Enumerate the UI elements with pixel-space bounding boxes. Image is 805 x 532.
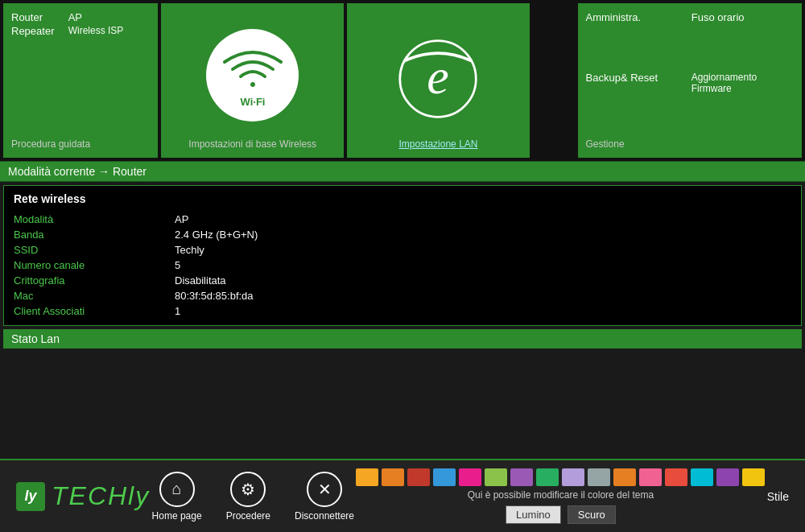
top-nav: Router AP Repeater Wireless ISP Procedur… — [0, 0, 805, 161]
network-section: Rete wireless Modalità AP Banda 2.4 GHz … — [3, 185, 802, 326]
network-key-critto: Crittografia — [14, 274, 175, 287]
logo-text: TECHly — [52, 481, 150, 511]
network-val-banda: 2.4 GHz (B+G+N) — [175, 229, 258, 241]
svg-text:Wi·Fi: Wi·Fi — [240, 96, 265, 108]
nav-buttons: ⌂ Home page ⚙ Procedere ✕ Disconnettere — [152, 472, 354, 522]
color-swatch[interactable] — [459, 468, 481, 486]
home-label: Home page — [152, 510, 202, 522]
network-val-modalita: AP — [175, 213, 188, 225]
setup-bottom-label: Procedura guidata — [11, 138, 90, 150]
color-swatch[interactable] — [639, 468, 662, 486]
color-swatch[interactable] — [742, 468, 765, 486]
stato-lan-bar: Stato Lan — [3, 329, 802, 348]
network-val-mac: 80:3f:5d:85:bf:da — [175, 290, 254, 302]
tile-wifi[interactable]: Wi·Fi Impostazioni di base Wireless — [161, 3, 344, 158]
svg-text:e: e — [427, 49, 449, 104]
status-text: Modalità corrente → Router — [8, 165, 147, 178]
color-swatch[interactable] — [588, 468, 610, 486]
lan-bottom-label[interactable]: Impostazione LAN — [398, 138, 477, 150]
logo-area: Iy TECHly — [16, 481, 150, 511]
color-swatch[interactable] — [665, 468, 687, 486]
color-swatch[interactable] — [485, 468, 507, 486]
gestione-fuso[interactable]: Fuso orario — [691, 11, 794, 68]
theme-buttons: Lumino Scuro — [506, 505, 616, 524]
logo-main: TECH — [52, 481, 128, 510]
tile-setup[interactable]: Router AP Repeater Wireless ISP Procedur… — [3, 3, 158, 158]
disconnect-label: Disconnettere — [295, 510, 354, 522]
color-swatch[interactable] — [562, 468, 584, 486]
gestione-amministra[interactable]: Amministra. — [586, 11, 688, 68]
network-row-critto: Crittografia Disabilitata — [14, 273, 791, 288]
ie-icon: e — [398, 39, 478, 119]
logo-icon-text: Iy — [24, 488, 36, 505]
color-swatch[interactable] — [407, 468, 430, 486]
disconnect-button[interactable]: ✕ Disconnettere — [295, 472, 354, 522]
color-swatch[interactable] — [356, 468, 378, 486]
gestione-bottom-label: Gestione — [586, 138, 625, 150]
home-button[interactable]: ⌂ Home page — [152, 472, 202, 522]
network-key-modalita: Modalità — [14, 213, 175, 225]
network-key-ssid: SSID — [14, 244, 175, 256]
color-swatches — [356, 468, 765, 486]
network-row-banda: Banda 2.4 GHz (B+G+N) — [14, 227, 791, 242]
network-key-canale: Numero canale — [14, 259, 175, 271]
style-section: Qui è possibile modificare il colore del… — [356, 468, 765, 524]
network-row-client: Client Associati 1 — [14, 303, 791, 319]
status-bar: Modalità corrente → Router — [0, 161, 805, 182]
theme-light-button[interactable]: Lumino — [506, 505, 561, 524]
color-swatch[interactable] — [613, 468, 636, 486]
network-key-banda: Banda — [14, 229, 175, 241]
network-row-ssid: SSID Techly — [14, 242, 791, 258]
bottom-bar: Iy TECHly ⌂ Home page ⚙ Procedere ✕ Disc… — [0, 459, 805, 532]
wifi-bottom-label: Impostazioni di base Wireless — [188, 138, 316, 150]
disconnect-icon: ✕ — [307, 472, 342, 507]
color-swatch[interactable] — [716, 468, 739, 486]
network-title: Rete wireless — [14, 192, 791, 205]
network-val-ssid: Techly — [175, 244, 204, 256]
network-row-canale: Numero canale 5 — [14, 258, 791, 273]
color-hint: Qui è possibile modificare il colore del… — [468, 489, 654, 501]
gestione-backup[interactable]: Backup& Reset — [586, 72, 688, 139]
wifi-badge: Wi·Fi — [206, 29, 299, 122]
home-icon: ⌂ — [159, 472, 195, 507]
setup-router-link[interactable]: Router — [11, 11, 67, 23]
color-swatch[interactable] — [382, 468, 404, 486]
proceed-icon: ⚙ — [230, 472, 266, 507]
setup-repeater-link[interactable]: Repeater — [11, 25, 67, 37]
network-val-critto: Disabilitata — [175, 274, 226, 287]
setup-ap-link[interactable]: AP — [68, 11, 124, 23]
color-swatch[interactable] — [536, 468, 559, 486]
stato-lan-text: Stato Lan — [11, 332, 60, 345]
gestione-aggiornamento[interactable]: Aggiornamento Firmware — [691, 72, 794, 139]
theme-dark-button[interactable]: Scuro — [568, 505, 616, 524]
color-swatch[interactable] — [433, 468, 456, 486]
proceed-button[interactable]: ⚙ Procedere — [226, 472, 270, 522]
network-key-mac: Mac — [14, 290, 175, 302]
tile-gestione[interactable]: Amministra. Fuso orario Backup& Reset Ag… — [578, 3, 802, 158]
network-key-client: Client Associati — [14, 305, 175, 317]
setup-wireless-link[interactable]: Wireless ISP — [68, 25, 124, 37]
tile-lan[interactable]: e Impostazione LAN — [347, 3, 530, 158]
network-row-modalita: Modalità AP — [14, 212, 791, 227]
network-val-canale: 5 — [175, 259, 180, 271]
color-swatch[interactable] — [510, 468, 533, 486]
logo-icon: Iy — [16, 482, 45, 511]
logo-italic: ly — [128, 481, 150, 510]
network-row-mac: Mac 80:3f:5d:85:bf:da — [14, 288, 791, 303]
proceed-label: Procedere — [226, 510, 270, 522]
color-swatch[interactable] — [691, 468, 713, 486]
network-val-client: 1 — [175, 305, 180, 317]
stile-label: Stile — [767, 489, 789, 504]
